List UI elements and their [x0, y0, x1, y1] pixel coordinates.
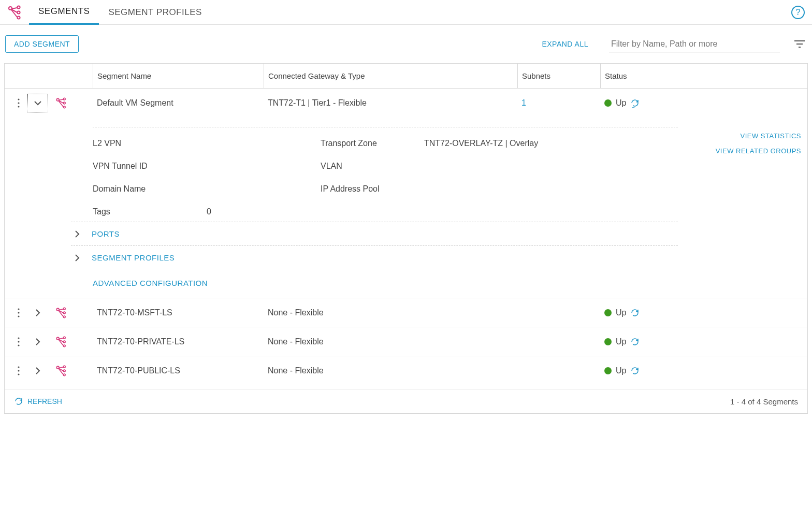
- svg-point-35: [63, 341, 65, 343]
- svg-point-14: [63, 98, 65, 100]
- refresh-status-icon[interactable]: [630, 308, 640, 317]
- svg-point-26: [63, 315, 65, 317]
- refresh-label: REFRESH: [27, 397, 62, 405]
- segment-gateway: None - Flexible: [264, 366, 517, 375]
- expand-toggle[interactable]: [27, 338, 48, 346]
- vpn-tunnel-id-value: [207, 162, 321, 171]
- refresh-status-icon[interactable]: [630, 366, 640, 375]
- svg-point-42: [18, 373, 19, 375]
- segments-logo-icon: [7, 5, 22, 20]
- svg-point-31: [18, 341, 19, 342]
- help-icon[interactable]: ?: [791, 6, 805, 19]
- ports-link[interactable]: PORTS: [92, 229, 120, 238]
- expand-toggle[interactable]: [27, 309, 48, 317]
- transport-zone-label: Transport Zone: [321, 139, 424, 148]
- segment-name: TNT72-T0-MSFT-LS: [93, 308, 264, 317]
- table-footer: REFRESH 1 - 4 of 4 Segments: [5, 389, 807, 413]
- svg-point-32: [18, 344, 19, 346]
- refresh-status-icon[interactable]: [630, 98, 640, 108]
- col-subnets: Subnets: [517, 64, 600, 88]
- svg-point-1: [17, 6, 20, 8]
- svg-point-30: [18, 337, 19, 339]
- svg-point-24: [63, 308, 65, 310]
- svg-point-20: [18, 308, 19, 310]
- status-text: Up: [616, 308, 626, 317]
- refresh-button[interactable]: REFRESH: [14, 397, 62, 406]
- refresh-status-icon[interactable]: [630, 337, 640, 346]
- domain-name-value: [207, 184, 321, 194]
- svg-point-11: [18, 102, 19, 104]
- col-status: Status: [600, 64, 807, 88]
- svg-point-15: [63, 102, 65, 104]
- svg-point-36: [63, 344, 65, 346]
- table-row: TNT72-T0-MSFT-LS None - Flexible Up: [5, 298, 807, 327]
- segment-gateway: None - Flexible: [264, 337, 517, 346]
- tabs-bar: SEGMENTS SEGMENT PROFILES ?: [0, 0, 812, 25]
- segment-type-icon: [55, 97, 67, 109]
- toolbar: ADD SEGMENT EXPAND ALL: [0, 25, 812, 63]
- col-gateway: Connected Gateway & Type: [264, 64, 517, 88]
- view-related-groups-link[interactable]: VIEW RELATED GROUPS: [699, 147, 801, 155]
- advanced-configuration-link[interactable]: ADVANCED CONFIGURATION: [93, 279, 208, 287]
- vpn-tunnel-id-label: VPN Tunnel ID: [93, 162, 207, 171]
- table-header: Segment Name Connected Gateway & Type Su…: [5, 64, 807, 89]
- svg-point-44: [63, 366, 65, 368]
- status-text: Up: [616, 337, 626, 346]
- domain-name-label: Domain Name: [93, 184, 207, 194]
- segment-profiles-section: SEGMENT PROFILES: [71, 245, 678, 269]
- more-actions-icon[interactable]: [17, 308, 20, 318]
- status-text: Up: [616, 366, 626, 375]
- svg-point-22: [18, 315, 19, 317]
- segment-gateway: None - Flexible: [264, 308, 517, 317]
- svg-point-2: [17, 11, 20, 13]
- expanded-details: L2 VPN Transport Zone TNT72-OVERLAY-TZ |…: [5, 118, 807, 222]
- svg-point-21: [18, 312, 19, 313]
- row-count: 1 - 4 of 4 Segments: [730, 397, 798, 406]
- more-actions-icon[interactable]: [17, 98, 20, 108]
- status-dot-icon: [604, 309, 612, 316]
- segment-type-icon: [55, 336, 67, 347]
- svg-point-40: [18, 366, 19, 368]
- ports-section: PORTS: [71, 222, 678, 245]
- chevron-right-icon[interactable]: [71, 230, 83, 238]
- svg-point-16: [63, 106, 65, 108]
- vlan-value: [424, 162, 678, 171]
- l2vpn-label: L2 VPN: [93, 139, 207, 148]
- svg-point-34: [63, 337, 65, 339]
- tags-label: Tags: [93, 207, 207, 216]
- ip-pool-label: IP Address Pool: [321, 184, 424, 194]
- svg-point-45: [63, 370, 65, 372]
- expand-all-link[interactable]: EXPAND ALL: [542, 40, 588, 48]
- filter-input[interactable]: [609, 36, 780, 52]
- view-statistics-link[interactable]: VIEW STATISTICS: [699, 132, 801, 140]
- status-text: Up: [616, 98, 626, 108]
- more-actions-icon[interactable]: [17, 337, 20, 347]
- svg-point-46: [63, 373, 65, 375]
- table-row: Default VM Segment TNT72-T1 | Tier1 - Fl…: [5, 89, 807, 298]
- status-dot-icon: [604, 99, 612, 107]
- filter-icon[interactable]: [793, 39, 806, 49]
- segment-name: Default VM Segment: [93, 98, 264, 108]
- expand-toggle[interactable]: [27, 367, 48, 375]
- segment-type-icon: [55, 365, 67, 376]
- table-row: TNT72-T0-PRIVATE-LS None - Flexible Up: [5, 327, 807, 356]
- expand-toggle[interactable]: [27, 94, 48, 112]
- transport-zone-value: TNT72-OVERLAY-TZ | Overlay: [424, 139, 678, 148]
- tab-segments[interactable]: SEGMENTS: [29, 1, 99, 25]
- svg-point-25: [63, 312, 65, 314]
- segments-table: Segment Name Connected Gateway & Type Su…: [4, 63, 808, 414]
- status-dot-icon: [604, 367, 612, 374]
- segment-profiles-link[interactable]: SEGMENT PROFILES: [92, 253, 175, 262]
- tags-value: 0: [207, 207, 321, 216]
- more-actions-icon[interactable]: [17, 366, 20, 376]
- segment-name: TNT72-T0-PRIVATE-LS: [93, 337, 264, 346]
- tab-segment-profiles[interactable]: SEGMENT PROFILES: [99, 0, 211, 24]
- svg-point-41: [18, 370, 19, 371]
- chevron-right-icon[interactable]: [71, 254, 83, 262]
- segment-type-icon: [55, 307, 67, 318]
- ip-pool-value: [424, 184, 678, 194]
- vlan-label: VLAN: [321, 162, 424, 171]
- add-segment-button[interactable]: ADD SEGMENT: [5, 35, 79, 53]
- l2vpn-value: [207, 139, 321, 148]
- segment-subnets-link[interactable]: 1: [517, 98, 600, 108]
